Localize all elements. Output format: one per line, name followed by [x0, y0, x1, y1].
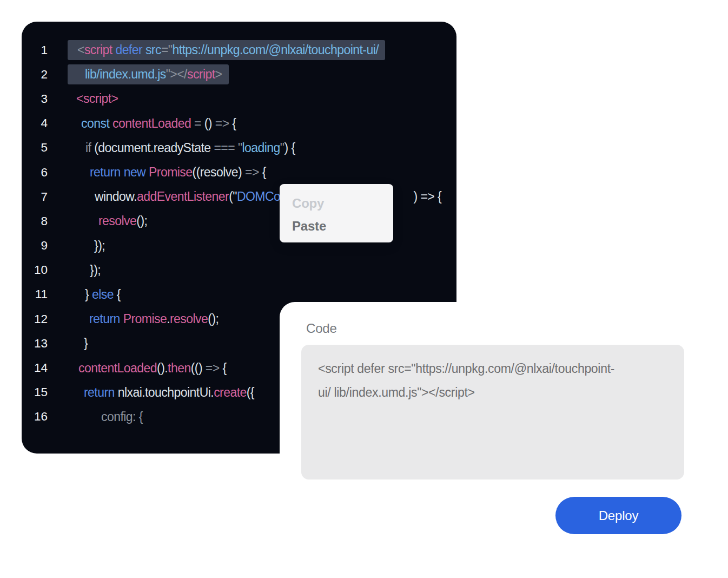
code-token: if [85, 141, 94, 155]
code-line[interactable]: if (document.readyState === "loading") { [68, 138, 302, 158]
line-number: 13 [22, 337, 48, 351]
code-token: }); [94, 239, 105, 253]
code-token: (document.readyState [94, 141, 210, 155]
code-token: lib/index.umd.js [85, 67, 166, 81]
line-number: 4 [22, 116, 48, 130]
context-menu-item-paste[interactable]: Paste [280, 215, 393, 238]
code-field-label: Code [306, 320, 337, 337]
code-row: 1<script defer src="https://unpkg.com/@n… [22, 38, 456, 62]
line-number: 10 [22, 263, 48, 277]
code-line[interactable]: } [68, 333, 94, 353]
code-token: }); [90, 263, 101, 277]
code-line[interactable]: lib/index.umd.js"></script> [68, 64, 229, 84]
code-token: resolve [170, 312, 208, 326]
code-token: then [168, 361, 191, 375]
code-token: } [85, 287, 92, 301]
code-token: " [238, 141, 242, 155]
code-token: script [187, 67, 215, 81]
code-line[interactable]: const contentLoaded = () => { [68, 114, 243, 134]
code-line[interactable]: return Promise.resolve(); [68, 309, 225, 329]
code-token: nlxai.touchpointUi [118, 385, 211, 399]
line-number: 6 [22, 166, 48, 180]
line-number: 15 [22, 385, 48, 399]
code-token: window [95, 189, 134, 203]
code-token: ) => { [414, 189, 442, 203]
code-token: script [83, 91, 111, 106]
code-line[interactable]: }); [68, 260, 107, 280]
code-token: create [214, 385, 247, 399]
code-token: return [89, 312, 120, 326]
deploy-card: Code <script defer src="https://unpkg.co… [280, 302, 728, 578]
line-number: 1 [22, 43, 48, 57]
code-line[interactable]: contentLoaded().then(() => { [68, 358, 233, 378]
code-token: (() [191, 361, 206, 375]
deploy-button[interactable]: Deploy [555, 497, 681, 534]
code-token: => [206, 361, 223, 375]
code-token: ((resolve) [193, 165, 242, 179]
code-token: () [157, 361, 164, 375]
code-line[interactable]: config: { [68, 407, 149, 427]
code-token: === [211, 141, 238, 155]
code-line[interactable]: <script defer src="https://unpkg.com/@nl… [68, 40, 385, 60]
code-row: 2lib/index.umd.js"></script> [22, 62, 456, 87]
code-token: const [81, 116, 109, 130]
code-snippet-box[interactable]: <script defer src="https://unpkg.com/@nl… [301, 345, 684, 480]
code-row: 10}); [22, 258, 456, 283]
code-token: { [262, 165, 266, 179]
code-token: ({ [247, 385, 254, 399]
code-token: addEventListener [137, 189, 229, 203]
code-token: (" [229, 189, 237, 203]
line-number: 16 [22, 410, 48, 424]
line-number: 11 [22, 287, 48, 301]
line-number: 2 [22, 68, 48, 82]
code-token: > [215, 67, 222, 81]
code-token: { [232, 116, 236, 130]
line-number: 8 [22, 214, 48, 228]
code-line[interactable]: } else { [68, 285, 127, 305]
context-menu-item-copy: Copy [280, 192, 393, 215]
code-row: 3<script> [22, 87, 456, 111]
code-token: script [84, 43, 112, 57]
code-token: src [145, 43, 161, 57]
code-token: { [222, 361, 226, 375]
line-number: 14 [22, 361, 48, 375]
line-number: 7 [22, 190, 48, 204]
code-token: new [124, 165, 146, 179]
code-line[interactable]: return new Promise((resolve) => { [68, 162, 273, 182]
code-token: => [242, 165, 262, 179]
code-token: = [191, 116, 204, 130]
code-line[interactable]: }); [68, 236, 111, 256]
code-token: Promise [149, 165, 193, 179]
code-line[interactable]: <script> [68, 89, 124, 109]
code-token: "> [166, 67, 177, 81]
code-line[interactable]: resolve(); [68, 211, 154, 231]
page: 1<script defer src="https://unpkg.com/@n… [0, 0, 728, 578]
code-token: (); [208, 312, 219, 326]
code-token: contentLoaded [112, 116, 191, 130]
code-token: => [212, 116, 232, 130]
code-row: 5if (document.readyState === "loading") … [22, 136, 456, 160]
context-menu: Copy Paste [280, 184, 393, 242]
code-token: < [76, 91, 83, 106]
code-token: defer [115, 43, 142, 57]
code-line[interactable]: return nlxai.touchpointUi.create({ [68, 383, 261, 403]
code-token: Promise [123, 312, 167, 326]
line-number: 9 [22, 239, 48, 253]
code-row: 4const contentLoaded = () => { [22, 111, 456, 136]
code-token: < [77, 43, 84, 57]
line-number: 12 [22, 312, 48, 326]
code-snippet-line: <script defer src="https://unpkg.com/@nl… [318, 357, 665, 380]
code-snippet-line: ui/ lib/index.umd.js"></script> [318, 380, 665, 404]
code-token: > [111, 91, 118, 106]
code-token: loading [242, 141, 280, 155]
line-number: 3 [22, 92, 48, 106]
code-token: (); [136, 214, 147, 228]
code-token: </ [177, 67, 187, 81]
code-row: 6return new Promise((resolve) => { [22, 160, 456, 185]
code-token: () [204, 116, 212, 130]
code-token: return [84, 385, 115, 399]
code-token: else [92, 287, 114, 301]
code-token: contentLoaded [78, 361, 157, 375]
code-token: } [84, 336, 88, 350]
line-number: 5 [22, 141, 48, 155]
